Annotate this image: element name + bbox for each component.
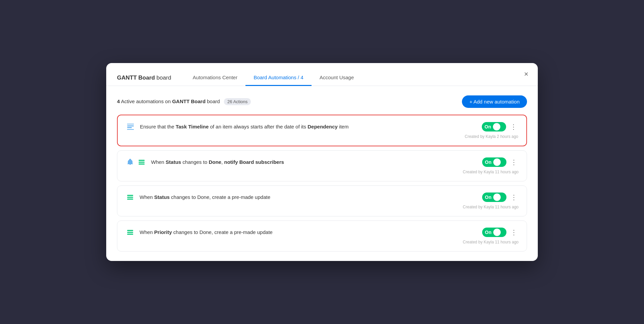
modal-body: 4 Active automations on GANTT Board boar… [106,86,538,261]
summary-bar: 4 Active automations on GANTT Board boar… [117,95,527,108]
card-right-3: On ⋮ [482,193,519,202]
svg-rect-0 [127,125,134,126]
card-footer-1: Created by Kayla 2 hours ago [126,134,518,139]
svg-rect-4 [139,160,145,161]
toggle-label-3: On [485,195,491,200]
svg-rect-5 [139,162,145,163]
more-button-4[interactable]: ⋮ [509,228,519,237]
svg-rect-7 [127,195,133,196]
toggle-4[interactable]: On [482,228,506,237]
automation-list: Ensure that the Task Timeline of an item… [117,115,527,252]
stack-icon-3 [125,193,135,202]
toggle-1[interactable]: On [482,122,506,131]
svg-rect-1 [127,127,132,128]
tab-board-automations[interactable]: Board Automations / 4 [245,70,312,86]
svg-rect-10 [127,230,133,231]
card-top-2: When Status changes to Done, notify Boar… [125,157,519,167]
card-text-4: When Priority changes to Done, create a … [140,229,272,236]
summary-board-name: GANTT Board [172,98,205,104]
more-button-3[interactable]: ⋮ [509,193,519,202]
stack-icon-2 [137,157,146,167]
card-right-4: On ⋮ [482,228,519,237]
card-footer-3: Created by Kayla 11 hours ago [125,205,519,209]
card-icons-2 [125,157,146,167]
card-footer-4: Created by Kayla 11 hours ago [125,240,519,244]
card-icons-1 [126,122,135,131]
card-footer-2: Created by Kayla 11 hours ago [125,170,519,174]
toggle-label-2: On [485,159,491,165]
svg-rect-12 [127,234,133,235]
automation-card-2: When Status changes to Done, notify Boar… [117,150,527,181]
card-top-3: When Status changes to Done, create a pr… [125,193,519,202]
toggle-circle-3 [493,194,501,201]
automation-card-4: When Priority changes to Done, create a … [117,220,527,252]
close-button[interactable]: × [523,69,530,79]
modal-title: GANTT Board board [117,75,171,81]
stack-icon-4 [125,228,135,237]
toggle-circle-4 [493,229,501,236]
toggle-label-4: On [485,230,491,235]
svg-rect-8 [127,197,133,198]
more-button-2[interactable]: ⋮ [509,157,519,167]
automation-card-3: When Status changes to Done, create a pr… [117,185,527,216]
toggle-circle-1 [493,123,500,130]
toggle-3[interactable]: On [482,193,506,202]
bell-icon [125,157,135,167]
card-right-2: On ⋮ [482,157,519,167]
tab-account-usage[interactable]: Account Usage [312,70,362,86]
summary-text: 4 Active automations on GANTT Board boar… [117,98,251,105]
svg-rect-9 [127,199,133,200]
card-top-4: When Priority changes to Done, create a … [125,228,519,237]
card-top-1: Ensure that the Task Timeline of an item… [126,122,518,131]
svg-rect-6 [139,164,145,165]
timeline-icon [126,122,135,131]
more-button-1[interactable]: ⋮ [509,122,518,131]
actions-badge: 26 Actions [224,98,251,105]
card-left-4: When Priority changes to Done, create a … [125,228,475,237]
card-text-3: When Status changes to Done, create a pr… [140,194,270,201]
card-text-2: When Status changes to Done, notify Boar… [151,158,284,166]
tabs-container: Automations Center Board Automations / 4… [185,70,527,86]
toggle-circle-2 [493,158,501,166]
card-left-1: Ensure that the Task Timeline of an item… [126,122,475,131]
card-icons-4 [125,228,135,237]
modal: GANTT Board board Automations Center Boa… [106,63,538,261]
toggle-label-1: On [485,124,491,129]
svg-rect-11 [127,232,133,233]
card-right-1: On ⋮ [482,122,518,131]
modal-header: GANTT Board board Automations Center Boa… [106,63,538,86]
automation-card-1: Ensure that the Task Timeline of an item… [117,115,527,146]
card-icons-3 [125,193,135,202]
card-left-3: When Status changes to Done, create a pr… [125,193,475,202]
tab-automations-center[interactable]: Automations Center [185,70,246,86]
toggle-2[interactable]: On [482,157,506,167]
card-left-2: When Status changes to Done, notify Boar… [125,157,475,167]
board-name-bold: GANTT Board [117,75,155,81]
card-text-1: Ensure that the Task Timeline of an item… [140,123,349,131]
add-automation-button[interactable]: + Add new automation [462,95,527,108]
